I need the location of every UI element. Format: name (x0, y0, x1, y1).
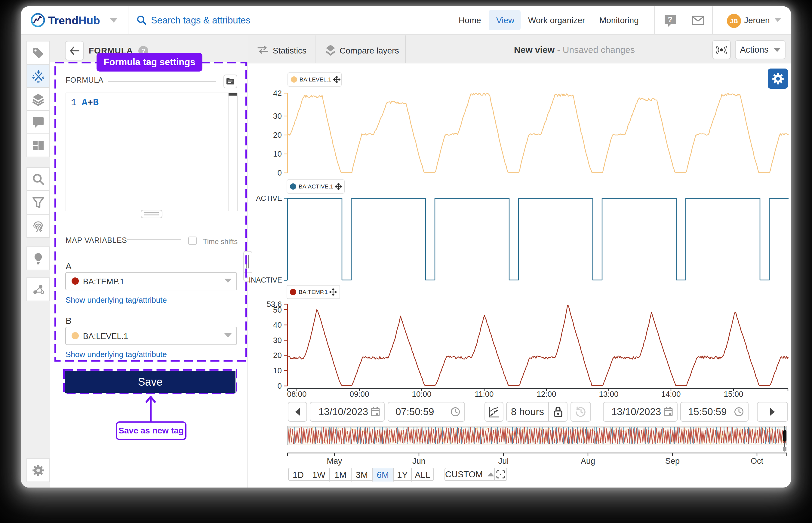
svg-text:0: 0 (278, 168, 282, 177)
svg-text:Jul: Jul (498, 456, 509, 466)
svg-text:Jun: Jun (412, 456, 426, 466)
svg-text:30: 30 (273, 111, 282, 121)
svg-text:ACTIVE: ACTIVE (256, 194, 282, 202)
svg-text:50: 50 (273, 305, 282, 314)
svg-text:53.6: 53.6 (266, 300, 282, 309)
svg-text:10:00: 10:00 (412, 390, 431, 399)
svg-text:14:00: 14:00 (661, 390, 681, 399)
svg-text:0: 0 (278, 381, 282, 391)
svg-text:Sep: Sep (665, 456, 680, 466)
svg-text:Oct: Oct (751, 456, 763, 466)
svg-text:20: 20 (273, 351, 282, 360)
svg-text:11:00: 11:00 (475, 390, 494, 399)
svg-text:May: May (326, 456, 342, 466)
svg-text:Aug: Aug (581, 456, 595, 466)
svg-text:INACTIVE: INACTIVE (249, 276, 282, 284)
svg-text:42: 42 (273, 89, 282, 98)
svg-text:09:00: 09:00 (350, 390, 369, 399)
svg-text:?: ? (668, 15, 672, 24)
svg-text:08:00: 08:00 (287, 390, 306, 399)
svg-text:20: 20 (273, 130, 282, 140)
svg-text:12:00: 12:00 (536, 390, 556, 399)
svg-text:10: 10 (273, 149, 282, 158)
svg-text:40: 40 (273, 320, 282, 329)
svg-text:10: 10 (273, 366, 282, 375)
svg-text:30: 30 (273, 336, 282, 345)
svg-text:15:00: 15:00 (724, 390, 743, 399)
svg-text:13:00: 13:00 (599, 390, 618, 399)
